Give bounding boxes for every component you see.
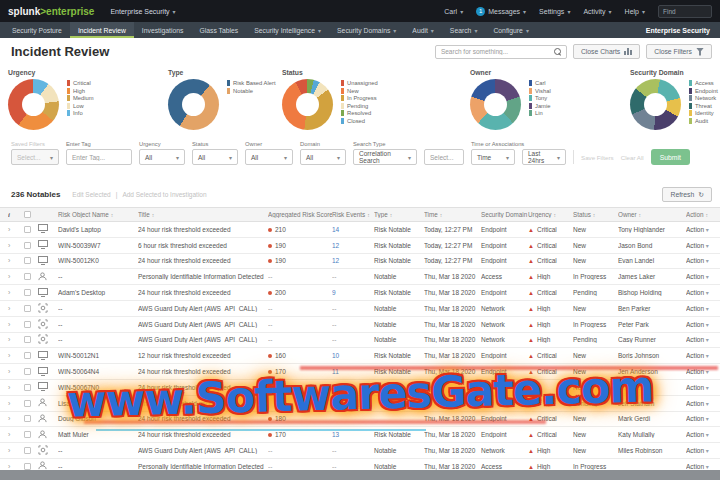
expand-chevron-icon[interactable]: › xyxy=(8,321,24,328)
legend-item-audit[interactable]: Audit xyxy=(689,118,718,124)
expand-chevron-icon[interactable]: › xyxy=(8,384,24,391)
legend-item-vishal[interactable]: Vishal xyxy=(529,88,551,94)
row-checkbox[interactable] xyxy=(24,447,31,454)
domain-filter-select[interactable]: All ▾ xyxy=(300,149,346,165)
expand-chevron-icon[interactable]: › xyxy=(8,447,24,454)
risk-events-link[interactable]: 9 xyxy=(332,289,336,296)
action-menu[interactable]: Action ▾ xyxy=(686,384,720,391)
expand-chevron-icon[interactable]: › xyxy=(8,368,24,375)
submit-button[interactable]: Submit xyxy=(651,149,690,165)
expand-chevron-icon[interactable]: › xyxy=(8,242,24,249)
legend-item-network[interactable]: Network xyxy=(689,95,718,101)
nav-item-incident-review[interactable]: Incident Review xyxy=(70,22,134,38)
legend-item-new[interactable]: New xyxy=(341,88,378,94)
expand-chevron-icon[interactable]: › xyxy=(8,400,24,407)
legend-item-high[interactable]: High xyxy=(67,88,94,94)
action-menu[interactable]: Action ▾ xyxy=(686,336,720,343)
close-filters-button[interactable]: Close Filters xyxy=(646,44,712,59)
column-header-owner[interactable]: Owner↕ xyxy=(618,211,686,218)
help-menu[interactable]: Help ▾ xyxy=(625,8,645,15)
status-donut-chart[interactable] xyxy=(282,79,333,130)
tag-input[interactable] xyxy=(72,154,126,161)
row-checkbox[interactable] xyxy=(24,352,31,359)
legend-item-access[interactable]: Access xyxy=(689,80,718,86)
legend-item-pending[interactable]: Pending xyxy=(341,103,378,109)
action-menu[interactable]: Action ▾ xyxy=(686,321,720,328)
legend-item-unassigned[interactable]: Unassigned xyxy=(341,80,378,86)
user-menu[interactable]: Carl ▾ xyxy=(444,8,463,15)
expand-chevron-icon[interactable]: › xyxy=(8,305,24,312)
risk-events-link[interactable]: 12 xyxy=(332,242,339,249)
search-type-picker-input[interactable] xyxy=(430,154,458,161)
expand-chevron-icon[interactable]: › xyxy=(8,352,24,359)
clear-all-link[interactable]: Clear All xyxy=(621,154,644,161)
security-domain-donut-chart[interactable] xyxy=(630,79,681,130)
action-menu[interactable]: Action ▾ xyxy=(686,289,720,296)
row-checkbox[interactable] xyxy=(24,384,31,391)
close-charts-button[interactable]: Close Charts xyxy=(573,44,640,59)
row-checkbox[interactable] xyxy=(24,400,31,407)
nav-item-security-domains[interactable]: Security Domains▾ xyxy=(329,22,404,38)
row-checkbox[interactable] xyxy=(24,242,31,249)
legend-item-medium[interactable]: Medium xyxy=(67,95,94,101)
column-header-status[interactable]: Status↕ xyxy=(573,211,618,218)
notable-search-input[interactable] xyxy=(441,48,554,55)
row-checkbox[interactable] xyxy=(24,336,31,343)
action-menu[interactable]: Action ▾ xyxy=(686,242,720,249)
add-selected-link[interactable]: Add Selected to Investigation xyxy=(122,191,206,198)
row-checkbox[interactable] xyxy=(24,305,31,312)
urgency-filter-select[interactable]: All ▾ xyxy=(139,149,185,165)
expand-chevron-icon[interactable]: › xyxy=(8,415,24,422)
column-header-title[interactable]: Title↕ xyxy=(138,211,268,218)
refresh-button[interactable]: Refresh ↻ xyxy=(662,187,712,202)
owner-donut-chart[interactable] xyxy=(470,79,521,130)
legend-item-tony[interactable]: Tony xyxy=(529,95,551,101)
risk-events-link[interactable]: 12 xyxy=(332,257,339,264)
column-header-risk-object-name[interactable]: Risk Object Name↕ xyxy=(58,211,138,218)
legend-item-jamie[interactable]: Jamie xyxy=(529,103,551,109)
saved-filters-select[interactable]: Select... ▾ xyxy=(11,149,59,165)
activity-menu[interactable]: Activity ▾ xyxy=(583,8,611,15)
action-menu[interactable]: Action ▾ xyxy=(686,400,720,407)
nav-item-audit[interactable]: Audit▾ xyxy=(404,22,442,38)
legend-item-closed[interactable]: Closed xyxy=(341,118,378,124)
column-header-security-domain[interactable]: Security Domain↕ xyxy=(481,211,528,218)
action-menu[interactable]: Action ▾ xyxy=(686,273,720,280)
legend-item-low[interactable]: Low xyxy=(67,103,94,109)
risk-events-link[interactable]: 14 xyxy=(332,226,339,233)
urgency-donut-chart[interactable] xyxy=(8,79,59,130)
expand-chevron-icon[interactable]: › xyxy=(8,257,24,264)
time-mode-select[interactable]: Time ▾ xyxy=(471,149,515,165)
expand-chevron-icon[interactable]: › xyxy=(8,336,24,343)
expand-chevron-icon[interactable]: › xyxy=(8,463,24,470)
row-checkbox[interactable] xyxy=(24,273,31,280)
legend-item-resolved[interactable]: Resolved xyxy=(341,110,378,116)
search-icon[interactable] xyxy=(554,48,561,55)
column-header-action[interactable]: Action↕ xyxy=(686,211,720,218)
legend-item-in-progress[interactable]: In Progress xyxy=(341,95,378,101)
legend-item-threat[interactable]: Threat xyxy=(689,103,718,109)
settings-menu[interactable]: Settings ▾ xyxy=(539,8,570,15)
action-menu[interactable]: Action ▾ xyxy=(686,415,720,422)
legend-item-critical[interactable]: Critical xyxy=(67,80,94,86)
time-range-select[interactable]: Last 24hrs ▾ xyxy=(522,149,566,165)
nav-item-investigations[interactable]: Investigations xyxy=(134,22,192,38)
app-menu[interactable]: Enterprise Security ▾ xyxy=(110,8,175,15)
expand-chevron-icon[interactable]: › xyxy=(8,431,24,438)
status-filter-select[interactable]: All ▾ xyxy=(192,149,238,165)
select-all-checkbox[interactable] xyxy=(24,211,31,218)
action-menu[interactable]: Action ▾ xyxy=(686,257,720,264)
legend-item-endpoint[interactable]: Endpoint xyxy=(689,88,718,94)
action-menu[interactable]: Action ▾ xyxy=(686,431,720,438)
nav-item-configure[interactable]: Configure▾ xyxy=(485,22,537,38)
column-header-urgency[interactable]: Urgency↕ xyxy=(528,211,573,218)
column-header-risk-events[interactable]: Risk Events↕ xyxy=(332,211,374,218)
action-menu[interactable]: Action ▾ xyxy=(686,305,720,312)
row-checkbox[interactable] xyxy=(24,431,31,438)
column-header-type[interactable]: Type↕ xyxy=(374,211,424,218)
column-header-aggregated-risk-score[interactable]: Aggregated Risk Score↕ xyxy=(268,211,332,218)
column-header-time[interactable]: Time↕ xyxy=(424,211,481,218)
legend-item-carl[interactable]: Carl xyxy=(529,80,551,86)
risk-events-link[interactable]: 13 xyxy=(332,431,339,438)
find-input[interactable] xyxy=(658,5,712,18)
